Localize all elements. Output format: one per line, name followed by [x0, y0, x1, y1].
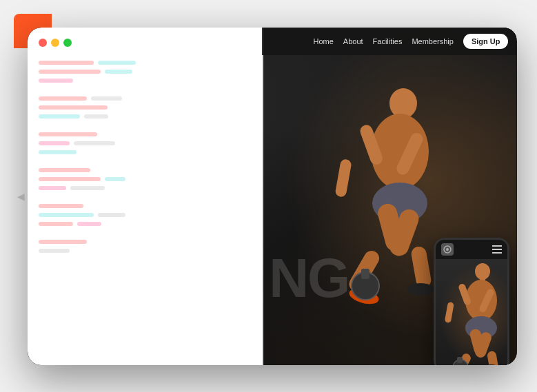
code-line [39, 150, 252, 154]
svg-rect-10 [410, 245, 432, 289]
phone-hero-bg [436, 259, 507, 365]
code-bar [39, 177, 101, 181]
code-line [39, 141, 252, 145]
code-line [39, 114, 252, 118]
website-navbar: Home About Facilities Membership Sign Up [262, 28, 516, 55]
code-bar [39, 204, 83, 208]
signup-button[interactable]: Sign Up [463, 34, 509, 49]
code-lines-container [39, 61, 252, 253]
code-bar [39, 96, 87, 101]
hamburger-menu-icon[interactable] [492, 245, 502, 254]
code-line [39, 222, 252, 226]
minimize-button[interactable] [51, 39, 59, 47]
phone-mockup [434, 238, 509, 365]
nav-item-facilities[interactable]: Facilities [373, 37, 403, 45]
code-line [39, 240, 252, 244]
code-line [39, 177, 252, 181]
code-line [39, 249, 252, 253]
svg-point-12 [407, 283, 434, 296]
code-bar [39, 61, 94, 65]
code-line [39, 70, 252, 74]
code-line [39, 123, 252, 127]
code-line [39, 61, 252, 65]
code-bar [39, 79, 73, 83]
code-bar [98, 213, 125, 217]
scroll-left-arrow[interactable]: ◀ [17, 191, 25, 202]
code-bar [39, 70, 101, 74]
svg-point-17 [475, 263, 490, 280]
code-bar [39, 240, 87, 244]
code-bar [39, 168, 90, 172]
website-preview-panel: NG Home About Facilities Membership Sign… [262, 28, 516, 365]
window-controls [39, 39, 252, 47]
maximize-button[interactable] [63, 39, 72, 47]
main-scene: NG Home About Facilities Membership Sign… [14, 14, 524, 379]
code-line [39, 213, 252, 217]
panel-divider [262, 28, 263, 365]
code-bar [39, 141, 70, 145]
code-bar [39, 150, 77, 154]
code-bar [105, 177, 125, 181]
code-bar [84, 114, 108, 118]
code-line [39, 159, 252, 163]
phone-logo [441, 243, 454, 256]
svg-rect-4 [335, 158, 352, 198]
code-bar [39, 105, 108, 110]
code-bar [91, 96, 122, 101]
code-line [39, 204, 252, 208]
gym-hero-section: NG Home About Facilities Membership Sign… [262, 28, 516, 365]
phone-navbar [436, 240, 507, 259]
device-mockup: NG Home About Facilities Membership Sign… [28, 28, 517, 365]
code-line [39, 231, 252, 235]
code-bar [39, 114, 80, 118]
nav-item-home[interactable]: Home [314, 37, 334, 45]
code-bar [74, 141, 115, 145]
code-line [39, 195, 252, 199]
code-line [39, 96, 252, 101]
code-bar [39, 132, 97, 136]
phone-athlete-figure [436, 259, 507, 365]
code-line [39, 87, 252, 92]
svg-point-16 [446, 248, 449, 251]
code-bar [77, 222, 101, 226]
phone-screen [436, 240, 507, 365]
code-bar [98, 61, 136, 65]
code-bar [105, 70, 132, 74]
code-line [39, 105, 252, 110]
code-line [39, 132, 252, 136]
svg-rect-21 [445, 302, 454, 323]
svg-rect-31 [457, 357, 463, 363]
nav-item-membership[interactable]: Membership [412, 37, 454, 45]
code-bar [39, 249, 70, 253]
code-bar [39, 186, 66, 190]
nav-item-about[interactable]: About [343, 37, 363, 45]
svg-rect-14 [361, 269, 369, 279]
code-line [39, 79, 252, 83]
close-button[interactable] [39, 39, 47, 47]
code-bar [39, 222, 73, 226]
svg-rect-27 [487, 350, 500, 364]
code-bar [39, 213, 94, 217]
code-line [39, 186, 252, 190]
code-bar [70, 186, 105, 190]
code-editor-panel [28, 28, 263, 365]
logo-icon [443, 245, 452, 254]
code-line [39, 168, 252, 172]
